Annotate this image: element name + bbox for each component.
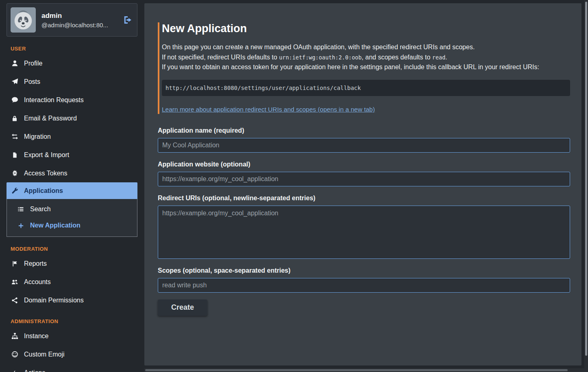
sidebar-item-label: Instance bbox=[24, 333, 48, 340]
paper-plane-icon bbox=[11, 78, 19, 85]
sidebar-item-label: New Application bbox=[30, 222, 81, 229]
sidebar-item-custom-emoji[interactable]: Custom Emoji bbox=[7, 345, 137, 363]
sidebar-item-label: Export & Import bbox=[24, 151, 69, 159]
sidebar-item-label: Domain Permissions bbox=[24, 297, 84, 304]
lock-icon bbox=[11, 115, 19, 122]
section-label-moderation: MODERATION bbox=[11, 246, 137, 252]
page-title: New Application bbox=[162, 22, 570, 35]
sloth-avatar-image bbox=[11, 7, 36, 33]
username: admin bbox=[41, 12, 118, 20]
vertical-scrollbar-thumb[interactable] bbox=[585, 2, 587, 356]
flag-icon bbox=[11, 260, 19, 267]
sidebar-item-accounts[interactable]: Accounts bbox=[7, 273, 137, 291]
sidebar-item-label: Interaction Requests bbox=[24, 96, 84, 104]
section-label-user: USER bbox=[11, 46, 137, 52]
vertical-scrollbar[interactable] bbox=[584, 0, 588, 372]
smile-icon bbox=[11, 351, 19, 358]
user-card[interactable]: admin @admin@localhost:80... bbox=[7, 3, 137, 37]
exchange-arrows-icon bbox=[11, 133, 19, 140]
settings-window: admin @admin@localhost:80... USER Profil… bbox=[0, 0, 588, 372]
user-info: admin @admin@localhost:80... bbox=[41, 12, 118, 28]
sidebar-item-applications-new[interactable]: New Application bbox=[7, 217, 137, 234]
callback-url-codeblock: http://localhost:8080/settings/user/appl… bbox=[162, 80, 570, 96]
sidebar-item-label: Access Tokens bbox=[24, 170, 67, 177]
sidebar-item-label: Actions bbox=[24, 369, 45, 372]
applications-submenu: Search New Application bbox=[7, 199, 137, 237]
sidebar-item-domain-permissions[interactable]: Domain Permissions bbox=[7, 291, 137, 309]
application-website-input[interactable] bbox=[158, 172, 570, 186]
sidebar-item-email-password[interactable]: Email & Password bbox=[7, 109, 137, 127]
sidebar: admin @admin@localhost:80... USER Profil… bbox=[0, 0, 144, 372]
sidebar-item-applications[interactable]: Applications bbox=[7, 182, 137, 199]
sidebar-item-applications-search[interactable]: Search bbox=[7, 201, 137, 217]
sidebar-item-posts[interactable]: Posts bbox=[7, 72, 137, 91]
create-button[interactable]: Create bbox=[158, 300, 207, 316]
share-nodes-icon bbox=[11, 297, 19, 304]
nav-administration: Instance Custom Emoji Actions bbox=[7, 327, 137, 372]
sidebar-item-actions[interactable]: Actions bbox=[7, 363, 137, 372]
nav-user: Profile Posts Interaction Requests Email… bbox=[7, 54, 137, 237]
list-icon bbox=[17, 206, 25, 212]
application-name-field: Application name (required) bbox=[158, 127, 570, 153]
sidebar-item-reports[interactable]: Reports bbox=[7, 254, 137, 273]
sitemap-icon bbox=[11, 333, 19, 339]
page-intro: New Application On this page you can cre… bbox=[158, 22, 570, 114]
avatar bbox=[11, 7, 36, 33]
section-label-administration: ADMINISTRATION bbox=[11, 318, 137, 324]
user-handle: @admin@localhost:80... bbox=[41, 22, 118, 28]
plus-icon bbox=[17, 223, 25, 229]
logout-icon[interactable] bbox=[123, 15, 132, 24]
scopes-field: Scopes (optional, space-separated entrie… bbox=[158, 267, 570, 293]
sidebar-item-label: Reports bbox=[24, 260, 47, 267]
comment-icon bbox=[11, 96, 19, 103]
intro-line-1: On this page you can create a new manage… bbox=[162, 42, 570, 53]
users-icon bbox=[11, 279, 19, 285]
sidebar-item-label: Custom Emoji bbox=[24, 351, 65, 358]
horizontal-scrollbar[interactable] bbox=[144, 368, 584, 372]
bolt-icon bbox=[11, 370, 19, 372]
intro-line-3: If you want to obtain an access token fo… bbox=[162, 62, 570, 72]
sidebar-item-label: Accounts bbox=[24, 278, 51, 286]
document-icon bbox=[11, 152, 19, 158]
redirect-uris-label: Redirect URIs (optional, newline-separat… bbox=[158, 195, 570, 202]
redirect-uris-field: Redirect URIs (optional, newline-separat… bbox=[158, 195, 570, 259]
sidebar-item-label: Migration bbox=[24, 133, 51, 140]
intro-line-2: If not specified, redirect URIs defaults… bbox=[162, 53, 570, 63]
application-website-field: Application website (optional) bbox=[158, 161, 570, 186]
read-scope-code: read bbox=[432, 54, 446, 61]
horizontal-scrollbar-thumb[interactable] bbox=[145, 369, 568, 371]
learn-more-link[interactable]: Learn more about application redirect UR… bbox=[162, 106, 375, 113]
application-name-input[interactable] bbox=[158, 138, 570, 153]
redirect-uris-textarea[interactable] bbox=[158, 206, 570, 259]
sidebar-item-label: Profile bbox=[24, 60, 42, 67]
token-badge-icon bbox=[11, 170, 19, 177]
oob-code: urn:ietf:wg:oauth:2.0:oob bbox=[279, 54, 362, 61]
sidebar-item-label: Applications bbox=[24, 187, 63, 195]
nav-moderation: Reports Accounts Domain Permissions bbox=[7, 254, 137, 309]
wrench-icon bbox=[11, 187, 19, 194]
sidebar-item-label: Email & Password bbox=[24, 115, 77, 122]
sidebar-item-label: Search bbox=[30, 206, 51, 213]
sidebar-item-profile[interactable]: Profile bbox=[7, 54, 137, 72]
sidebar-item-interaction-requests[interactable]: Interaction Requests bbox=[7, 91, 137, 109]
new-application-form: Application name (required) Application … bbox=[158, 127, 570, 316]
application-name-label: Application name (required) bbox=[158, 127, 570, 134]
application-website-label: Application website (optional) bbox=[158, 161, 570, 168]
sidebar-item-instance[interactable]: Instance bbox=[7, 327, 137, 345]
sidebar-item-migration[interactable]: Migration bbox=[7, 127, 137, 146]
sidebar-item-access-tokens[interactable]: Access Tokens bbox=[7, 164, 137, 182]
sidebar-item-export-import[interactable]: Export & Import bbox=[7, 146, 137, 164]
sidebar-item-label: Posts bbox=[24, 78, 40, 85]
main-panel: New Application On this page you can cre… bbox=[144, 3, 581, 365]
scopes-label: Scopes (optional, space-separated entrie… bbox=[158, 267, 570, 274]
scopes-input[interactable] bbox=[158, 278, 570, 293]
user-icon bbox=[11, 60, 19, 67]
